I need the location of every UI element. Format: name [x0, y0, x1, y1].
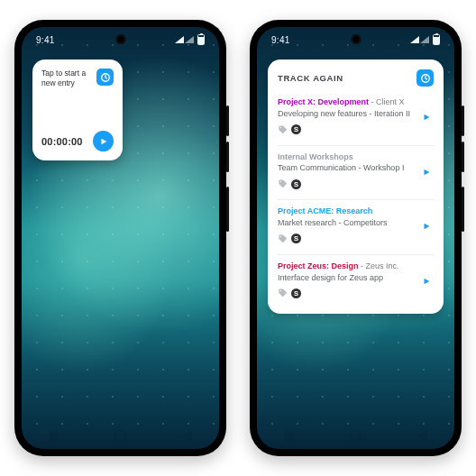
status-right	[410, 34, 440, 45]
entry-badges: S	[278, 285, 414, 301]
timer-value: 00:00:00	[41, 136, 83, 147]
front-camera	[115, 34, 125, 44]
battery-icon	[433, 34, 440, 45]
entry-play-button[interactable]	[419, 219, 434, 233]
entry-list: Project X: Development - Client XDevelop…	[278, 94, 434, 308]
signal-secondary-icon	[420, 36, 429, 43]
side-button	[226, 105, 229, 136]
side-button	[462, 105, 464, 136]
start-timer-button[interactable]	[93, 131, 114, 151]
app-logo-icon	[416, 69, 434, 87]
time-entry[interactable]: Project Zeus: Design - Zeus Inc.Interfac…	[278, 254, 434, 309]
billable-icon: S	[291, 179, 301, 189]
nav-home-icon[interactable]: ◯	[349, 428, 362, 442]
entry-badges: S	[278, 231, 414, 247]
tag-icon	[278, 176, 288, 192]
side-button	[462, 142, 464, 172]
tag-icon	[278, 231, 288, 247]
phone-left: 9:41 Tap to start a new entry	[14, 20, 226, 456]
entry-play-button[interactable]	[419, 274, 434, 288]
screen: 9:41 TRACK AGAIN	[257, 27, 454, 449]
billable-icon: S	[291, 124, 301, 134]
entry-project: Project Zeus: Design	[278, 261, 359, 270]
nav-recents-icon[interactable]: |||	[285, 428, 294, 442]
card-title: TRACK AGAIN	[278, 73, 343, 83]
nav-back-icon[interactable]: ◁	[182, 428, 191, 442]
entry-badges: S	[278, 176, 414, 192]
entry-client: - Zeus Inc.	[359, 261, 399, 270]
entry-description: Interface design for Zeus app	[278, 273, 414, 283]
tag-icon	[278, 122, 288, 138]
track-again-widget: TRACK AGAIN Project X: Development - Cli…	[268, 60, 444, 314]
new-entry-widget[interactable]: Tap to start a new entry 00:00:00	[32, 60, 123, 160]
nav-home-icon[interactable]: ◯	[114, 428, 127, 442]
phone-right: 9:41 TRACK AGAIN	[250, 20, 462, 456]
entry-play-button[interactable]	[419, 110, 434, 124]
billable-icon: S	[291, 233, 301, 243]
front-camera	[351, 34, 361, 44]
entry-description: Market research - Competitors	[278, 218, 414, 228]
side-button	[226, 142, 229, 172]
status-time: 9:41	[36, 35, 55, 45]
new-entry-prompt: Tap to start a new entry	[41, 69, 96, 87]
signal-icon	[410, 36, 419, 43]
app-logo-icon	[96, 69, 114, 86]
entry-description: Developing new features - Iteration II	[278, 109, 414, 119]
time-entry[interactable]: Project X: Development - Client XDevelop…	[278, 94, 434, 145]
status-time: 9:41	[271, 35, 290, 45]
time-entry[interactable]: Internal WorkshopsTeam Communication - W…	[278, 145, 434, 200]
stage: 9:41 Tap to start a new entry	[0, 0, 476, 476]
entry-description: Team Communication - Workshop I	[278, 163, 414, 173]
screen: 9:41 Tap to start a new entry	[22, 27, 219, 449]
signal-icon	[175, 36, 184, 43]
entry-client: - Client X	[369, 97, 405, 106]
entry-play-button[interactable]	[419, 165, 434, 179]
nav-recents-icon[interactable]: |||	[50, 428, 59, 442]
android-nav-bar: ||| ◯ ◁	[22, 426, 219, 443]
entry-project: Internal Workshops	[278, 152, 353, 161]
side-button	[226, 187, 229, 232]
entry-project: Project X: Development	[278, 97, 369, 106]
signal-secondary-icon	[185, 36, 194, 43]
entry-project: Project ACME: Research	[278, 206, 372, 215]
status-right	[175, 34, 205, 45]
nav-back-icon[interactable]: ◁	[417, 428, 426, 442]
battery-icon	[197, 34, 205, 45]
billable-icon: S	[291, 288, 301, 298]
tag-icon	[278, 285, 288, 301]
entry-badges: S	[278, 122, 414, 138]
android-nav-bar: ||| ◯ ◁	[257, 426, 454, 443]
side-button	[462, 187, 464, 232]
time-entry[interactable]: Project ACME: ResearchMarket research - …	[278, 199, 434, 254]
